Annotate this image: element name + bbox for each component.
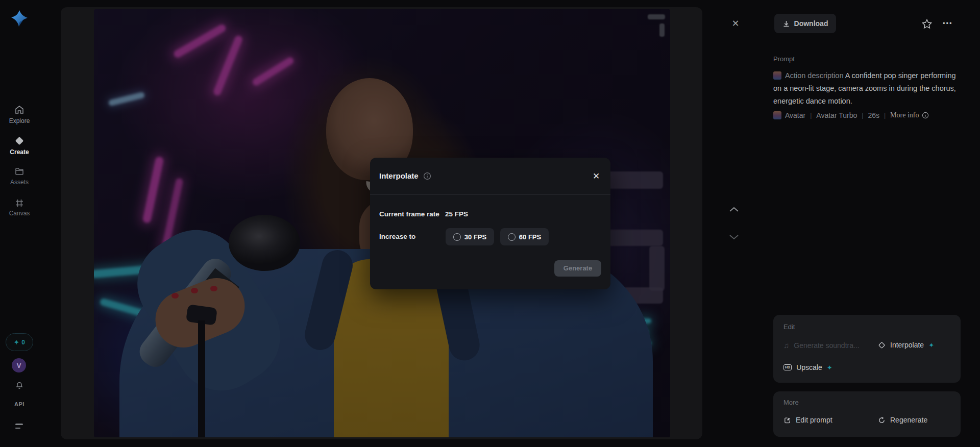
notifications-bell-icon[interactable] <box>15 381 24 390</box>
separator: | <box>884 112 886 119</box>
more-section-card: More <box>773 391 961 437</box>
menu-icon[interactable] <box>15 424 23 429</box>
prompt-text-block: Action description A confident pop singe… <box>773 69 959 108</box>
more-info-link[interactable]: More info <box>890 111 919 119</box>
radio-icon[interactable] <box>508 233 516 241</box>
model-mode: Avatar Turbo <box>816 111 857 119</box>
regenerate-label: Regenerate <box>890 416 927 424</box>
premium-sparkle-icon: ✦ <box>827 364 832 371</box>
download-icon <box>782 20 790 28</box>
edit-section-label: Edit <box>783 323 795 331</box>
assets-icon[interactable] <box>14 166 24 177</box>
current-frame-rate-value: 25 FPS <box>445 210 468 218</box>
generate-soundtrack-label: Generate soundtra... <box>794 341 859 350</box>
next-video-chevron-down-icon[interactable] <box>728 233 740 241</box>
viewer-close-button[interactable]: ✕ <box>729 17 742 30</box>
avatar-initial: V <box>17 362 21 369</box>
explore-icon[interactable] <box>14 105 24 115</box>
app-window: Explore Create Assets Canvas ✦ 0 V A <box>0 0 980 447</box>
fps-option-60-label: 60 FPS <box>519 233 541 241</box>
prompt-field-label: Action description <box>785 71 843 80</box>
more-info-icon[interactable] <box>922 112 929 119</box>
sidebar: Explore Create Assets Canvas ✦ 0 V A <box>0 0 39 447</box>
prompt-thumbnail <box>773 71 781 80</box>
modal-close-button[interactable]: ✕ <box>591 171 602 182</box>
prompt-meta-row: Avatar | Avatar Turbo | 26s | More info <box>773 111 929 119</box>
sidebar-item-canvas[interactable]: Canvas <box>0 210 39 217</box>
credits-count: 0 <box>21 339 25 346</box>
fps-option-30[interactable]: 30 FPS <box>446 228 494 245</box>
avatar[interactable]: V <box>12 358 26 373</box>
upscale-button[interactable]: HD Upscale ✦ <box>783 363 832 371</box>
create-icon[interactable] <box>14 136 24 146</box>
api-button[interactable]: API <box>0 401 39 407</box>
upscale-label: Upscale <box>796 363 822 371</box>
interpolate-modal: Interpolate ✕ Current frame rate 25 FPS … <box>370 158 610 289</box>
sidebar-item-create[interactable]: Create <box>0 148 39 156</box>
prompt-section-label: Prompt <box>773 55 795 63</box>
interpolate-label: Interpolate <box>890 341 924 349</box>
sidebar-item-assets[interactable]: Assets <box>0 179 39 186</box>
generate-button[interactable]: Generate <box>554 260 601 277</box>
favorite-star-icon[interactable] <box>921 18 933 30</box>
download-label: Download <box>794 19 828 28</box>
modal-title: Interpolate <box>379 171 419 180</box>
regenerate-button[interactable]: Regenerate <box>878 416 927 424</box>
edit-prompt-label: Edit prompt <box>796 416 832 424</box>
model-name: Avatar <box>785 111 805 119</box>
model-thumbnail <box>773 111 781 119</box>
interpolate-button[interactable]: Interpolate ✦ <box>878 341 934 349</box>
regenerate-icon <box>878 416 886 424</box>
fps-option-60[interactable]: 60 FPS <box>500 228 549 245</box>
canvas-icon[interactable] <box>14 198 24 208</box>
radio-icon[interactable] <box>453 233 461 241</box>
modal-divider <box>370 194 610 195</box>
credits-button[interactable]: ✦ 0 <box>6 333 33 351</box>
edit-prompt-button[interactable]: Edit prompt <box>783 416 832 424</box>
app-logo-icon[interactable] <box>9 8 30 29</box>
video-duration: 26s <box>868 111 879 119</box>
fps-option-30-label: 30 FPS <box>464 233 486 241</box>
sidebar-item-explore[interactable]: Explore <box>0 117 39 125</box>
separator: | <box>862 112 863 119</box>
edit-prompt-icon <box>783 416 791 424</box>
info-icon[interactable] <box>423 172 431 180</box>
current-frame-rate-label: Current frame rate <box>379 210 439 218</box>
more-options-ellipsis-icon[interactable]: ••• <box>943 19 953 27</box>
prev-video-chevron-up-icon[interactable] <box>728 205 740 213</box>
music-note-icon: ♫ <box>783 341 789 350</box>
premium-sparkle-icon: ✦ <box>928 341 934 349</box>
download-button[interactable]: Download <box>774 14 836 33</box>
hd-icon: HD <box>783 364 792 370</box>
credit-sparkle-icon: ✦ <box>14 339 19 346</box>
more-section-label: More <box>783 399 799 406</box>
generate-soundtrack-button[interactable]: ♫ Generate soundtra... <box>783 341 860 350</box>
interpolate-diamond-icon <box>878 341 886 349</box>
increase-to-label: Increase to <box>379 233 415 240</box>
separator: | <box>810 112 812 119</box>
